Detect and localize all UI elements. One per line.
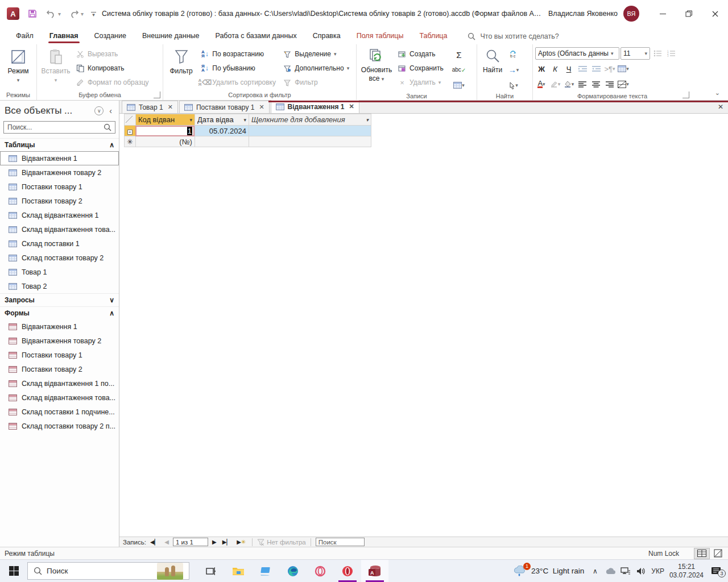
tab-database-tools[interactable]: Работа с базами данных — [208, 28, 305, 44]
column-header-add-field[interactable]: Щелкните для добавления▾ — [249, 114, 371, 126]
font-color-button[interactable]: А▾ — [535, 78, 548, 90]
sidebar-item-form[interactable]: Склад поставки товару 2 п... — [0, 419, 119, 433]
tab-table-fields[interactable]: Поля таблицы — [349, 28, 412, 44]
section-tables[interactable]: Таблицы ∧ — [0, 138, 119, 151]
account-area[interactable]: Владислав Яковенко ВЯ — [548, 6, 639, 22]
sort-descending-button[interactable]: ЯА↓ По убыванию — [198, 63, 279, 74]
tray-expand-icon[interactable]: ∧ — [590, 567, 600, 575]
file-explorer-button[interactable] — [225, 560, 252, 582]
onedrive-icon[interactable] — [605, 568, 615, 575]
refresh-all-button[interactable]: Обновитьвсе ▾ — [359, 46, 394, 83]
align-left-button[interactable] — [576, 78, 589, 90]
sort-ascending-button[interactable]: АЯ↓ По возрастанию — [198, 48, 279, 60]
access-app-icon[interactable]: A — [7, 7, 19, 20]
sidebar-item-form[interactable]: Склад відвантаження това... — [0, 390, 119, 405]
format-painter-button[interactable]: Формат по образцу — [73, 77, 151, 88]
sidebar-item-table[interactable]: Поставки товару 2 — [0, 194, 119, 208]
sidebar-item-form[interactable]: Поставки товару 1 — [0, 348, 119, 362]
bold-button[interactable]: Ж — [535, 63, 548, 74]
edge-browser-button[interactable] — [279, 560, 307, 582]
clock[interactable]: 15:21 03.07.2024 — [669, 563, 704, 580]
tab-home[interactable]: Главная — [42, 28, 86, 44]
close-document-icon[interactable]: ✕ — [718, 103, 723, 111]
row-selector-current[interactable]: + — [125, 126, 136, 136]
sidebar-item-table[interactable]: Склад поставки 1 — [0, 236, 119, 251]
clipboard-dialog-launcher-icon[interactable] — [154, 92, 160, 98]
undo-button[interactable]: ▾ — [46, 9, 60, 18]
new-row-selector[interactable]: ✳ — [125, 136, 136, 147]
save-icon[interactable] — [27, 9, 38, 19]
align-center-button[interactable] — [590, 78, 602, 90]
select-all-cell[interactable] — [125, 114, 136, 126]
collapse-ribbon-icon[interactable]: ⌄ — [715, 89, 720, 97]
tab-file[interactable]: Файл — [8, 28, 42, 44]
align-right-button[interactable] — [603, 78, 616, 90]
gridlines-button[interactable]: ▾ — [617, 63, 630, 74]
redo-button[interactable]: ▾ — [68, 9, 83, 18]
new-row-addfield-cell[interactable] — [249, 136, 371, 147]
paste-button[interactable]: Вставить ▾ — [39, 46, 72, 83]
access-taskbar-button[interactable]: A — [361, 560, 388, 582]
sidebar-item-table[interactable]: Склад відвантаження 1 — [0, 208, 119, 222]
close-tab-icon[interactable]: ✕ — [259, 103, 264, 111]
close-tab-icon[interactable]: ✕ — [168, 103, 173, 111]
search-highlight-image[interactable] — [157, 563, 183, 580]
clear-sort-button[interactable]: АЯ⌫ Удалить сортировку — [198, 77, 279, 88]
view-button[interactable]: Режим ▾ — [2, 46, 34, 83]
network-icon[interactable] — [621, 567, 631, 575]
start-button[interactable] — [0, 560, 27, 582]
new-blank-record-button[interactable]: ▶✳ — [235, 539, 247, 545]
column-header-date[interactable]: Дата відва▾ — [195, 114, 249, 126]
sidebar-item-form[interactable]: Поставки товару 2 — [0, 362, 119, 376]
sidebar-item-table[interactable]: Поставки товару 1 — [0, 180, 119, 194]
bullets-button[interactable] — [651, 48, 664, 59]
italic-button[interactable]: К — [549, 63, 561, 74]
sidebar-item-table[interactable]: Склад поставки товару 2 — [0, 251, 119, 265]
design-view-button[interactable] — [710, 548, 726, 559]
sidebar-item-form[interactable]: Склад поставки 1 подчине... — [0, 405, 119, 419]
spelling-button[interactable]: abc✓ — [452, 64, 466, 76]
decrease-indent-button[interactable] — [590, 63, 602, 74]
record-position[interactable]: 1 из 1 — [173, 538, 208, 546]
select-button[interactable]: ▾ — [507, 79, 520, 92]
minimize-button[interactable] — [650, 0, 676, 27]
new-record-button[interactable]: Создать — [395, 48, 451, 60]
notification-center-button[interactable]: 3 — [709, 567, 723, 576]
delete-record-button[interactable]: × Удалить ▾ — [395, 77, 451, 88]
column-dropdown-icon[interactable]: ▾ — [366, 117, 369, 123]
sidebar-item-table[interactable]: Товар 1 — [0, 265, 119, 279]
last-record-button[interactable]: ▶▏ — [221, 539, 233, 545]
highlight-color-button[interactable]: ▾ — [549, 78, 561, 90]
text-format-dialog-launcher-icon[interactable] — [682, 92, 689, 98]
expand-subdatasheet-icon[interactable]: + — [127, 130, 133, 135]
close-button[interactable] — [702, 0, 728, 27]
sidebar-item-table[interactable]: Склад відвантаження това... — [0, 222, 119, 236]
weather-widget[interactable]: 1 23°C Light rain — [513, 566, 584, 577]
find-button[interactable]: Найти — [479, 46, 506, 74]
font-size-combo[interactable]: 11▾ — [621, 47, 650, 60]
next-record-button[interactable]: ▶ — [210, 539, 218, 545]
opera-browser-button[interactable] — [334, 560, 361, 582]
toggle-filter-button[interactable]: Фильтр — [280, 77, 354, 88]
sidebar-item-table[interactable]: Товар 2 — [0, 279, 119, 293]
column-dropdown-icon[interactable]: ▾ — [243, 117, 246, 123]
doc-tab-tovar1[interactable]: Товар 1 ✕ — [122, 101, 178, 113]
taskbar-search-input[interactable]: Поиск — [27, 562, 189, 580]
tab-external-data[interactable]: Внешние данные — [134, 28, 208, 44]
sidebar-item-table[interactable]: Відвантаження товару 2 — [0, 165, 119, 180]
tab-create[interactable]: Создание — [86, 28, 134, 44]
increase-indent-button[interactable] — [576, 63, 589, 74]
close-tab-icon[interactable]: ✕ — [349, 103, 354, 110]
doc-tab-postavki1[interactable]: Поставки товару 1 ✕ — [179, 101, 270, 113]
column-dropdown-icon[interactable]: ▾ — [189, 117, 192, 123]
sidebar-item-form[interactable]: Відвантаження товару 2 — [0, 334, 119, 348]
section-forms[interactable]: Формы ∧ — [0, 306, 119, 319]
new-row-id-cell[interactable]: (№) — [135, 136, 195, 147]
more-records-button[interactable]: ▾ — [452, 79, 466, 92]
paragraph-direction-button[interactable]: >¶ ▾ — [603, 63, 616, 74]
save-record-button[interactable]: Сохранить — [395, 63, 451, 74]
nav-pane-menu-icon[interactable]: ∨ — [94, 106, 104, 115]
fill-color-button[interactable]: ▾ — [562, 78, 575, 90]
task-view-button[interactable] — [197, 560, 225, 582]
first-record-button[interactable]: ◀▏ — [148, 539, 160, 545]
